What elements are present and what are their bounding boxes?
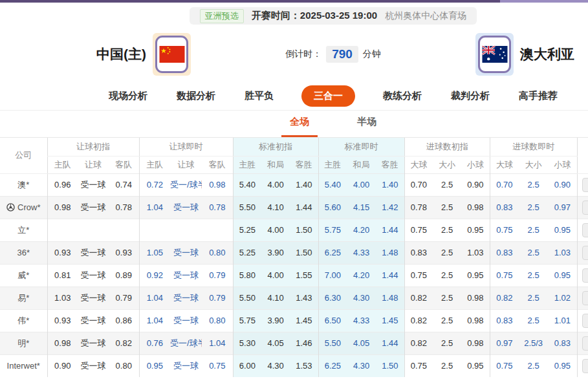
odds-cell[interactable] (170, 219, 202, 241)
odds-cell[interactable]: 0.78 (202, 196, 233, 219)
odds-cell[interactable]: 0.83 (548, 332, 577, 354)
odds-cell[interactable]: 1.01 (548, 309, 577, 332)
nav-tab-0[interactable]: 现场分析 (107, 86, 149, 106)
odds-cell[interactable]: 0.83 (490, 196, 519, 219)
odds-cell[interactable]: 2.5 (519, 287, 548, 309)
odds-cell[interactable]: 2.5 (519, 354, 548, 377)
odds-cell[interactable]: 1.48 (376, 287, 404, 309)
odds-cell[interactable]: 受一球 (170, 354, 202, 377)
odds-cell[interactable]: 0.72 (139, 173, 170, 196)
odds-cell[interactable]: 0.98 (202, 173, 233, 196)
odds-cell[interactable]: 0.95 (139, 354, 170, 377)
detail-button[interactable] (582, 223, 588, 237)
odds-cell[interactable] (202, 219, 233, 241)
detail-button[interactable] (582, 314, 588, 328)
sub-tab-1[interactable]: 半场 (349, 116, 385, 137)
odds-cell[interactable]: 6.25 (318, 354, 347, 377)
odds-cell[interactable]: 1.04 (139, 309, 170, 332)
odds-cell[interactable]: 4.15 (347, 196, 376, 219)
company-name[interactable]: 36* (0, 241, 47, 264)
odds-cell[interactable]: 4.33 (347, 309, 376, 332)
odds-cell[interactable]: 6.25 (318, 241, 347, 264)
odds-cell[interactable]: 7.00 (318, 264, 347, 287)
odds-cell[interactable]: 5.60 (318, 196, 347, 219)
odds-cell[interactable]: 2.5 (519, 241, 548, 264)
odds-cell[interactable]: 1.04 (139, 287, 170, 309)
odds-cell[interactable]: 0.70 (490, 173, 519, 196)
odds-cell[interactable]: 受一球 (170, 196, 202, 219)
odds-cell[interactable]: 1.44 (376, 264, 404, 287)
odds-cell[interactable]: 受一球 (170, 241, 202, 264)
company-name[interactable]: 澳* (0, 173, 47, 196)
odds-cell[interactable] (139, 219, 170, 241)
odds-cell[interactable]: 0.75 (202, 354, 233, 377)
odds-cell[interactable]: 2.5 (519, 309, 548, 332)
sub-tab-0[interactable]: 全场 (281, 116, 318, 137)
odds-cell[interactable]: 4.33 (347, 241, 376, 264)
odds-cell[interactable]: 1.44 (376, 219, 404, 241)
odds-cell[interactable]: 4.20 (347, 264, 376, 287)
detail-button[interactable] (582, 291, 588, 305)
nav-tab-6[interactable]: 高手推荐 (517, 86, 559, 106)
odds-cell[interactable]: 6.50 (318, 309, 347, 332)
odds-cell[interactable]: 0.76 (139, 332, 170, 354)
odds-cell[interactable]: 5.40 (318, 173, 347, 196)
odds-cell[interactable]: 1.44 (376, 332, 404, 354)
nav-tab-5[interactable]: 裁判分析 (450, 86, 491, 106)
odds-cell[interactable]: 受一/球半 (170, 173, 202, 196)
odds-cell[interactable]: 1.40 (376, 173, 404, 196)
odds-cell[interactable]: 受一球 (170, 264, 202, 287)
odds-cell[interactable]: 受一/球半 (170, 332, 202, 354)
odds-cell[interactable]: 0.95 (548, 219, 577, 241)
company-name[interactable]: Interwet* (0, 354, 47, 377)
detail-button[interactable] (582, 268, 588, 283)
odds-cell[interactable]: 1.45 (376, 309, 404, 332)
odds-cell[interactable]: 1.04 (202, 332, 233, 354)
detail-button[interactable] (582, 246, 588, 260)
company-name[interactable]: 易* (0, 287, 47, 309)
detail-button[interactable] (582, 200, 588, 215)
odds-cell[interactable]: 1.48 (376, 241, 404, 264)
odds-cell[interactable]: 受一球 (170, 287, 202, 309)
odds-cell[interactable]: 1.42 (376, 196, 404, 219)
odds-cell[interactable]: 4.30 (347, 354, 376, 377)
odds-cell[interactable]: 2.5 (519, 173, 548, 196)
odds-cell[interactable]: 0.83 (490, 241, 519, 264)
odds-cell[interactable]: 5.75 (318, 219, 347, 241)
nav-tab-4[interactable]: 教练分析 (382, 86, 423, 106)
nav-tab-2[interactable]: 胜平负 (243, 86, 275, 106)
detail-button[interactable] (582, 178, 588, 192)
company-name[interactable]: 立* (0, 219, 47, 241)
odds-cell[interactable]: 0.97 (548, 196, 577, 219)
odds-cell[interactable]: 0.95 (548, 264, 577, 287)
odds-cell[interactable]: 1.03 (548, 241, 577, 264)
odds-cell[interactable]: 2.5 (519, 264, 548, 287)
odds-cell[interactable]: 0.83 (490, 309, 519, 332)
company-name[interactable]: 明* (0, 332, 47, 354)
odds-cell[interactable]: 4.00 (347, 173, 376, 196)
odds-cell[interactable]: 2.5 (519, 196, 548, 219)
nav-tab-1[interactable]: 数据分析 (175, 86, 217, 106)
odds-cell[interactable]: 1.02 (548, 287, 577, 309)
odds-cell[interactable]: 0.80 (202, 309, 233, 332)
odds-cell[interactable]: 0.79 (202, 287, 233, 309)
odds-cell[interactable]: 0.82 (490, 287, 519, 309)
odds-cell[interactable]: 受一球 (170, 309, 202, 332)
odds-cell[interactable]: 4.05 (347, 332, 376, 354)
company-name[interactable]: 威* (0, 264, 47, 287)
odds-cell[interactable]: 0.79 (202, 264, 233, 287)
odds-cell[interactable]: 6.30 (318, 287, 347, 309)
odds-cell[interactable]: 1.04 (139, 196, 170, 219)
odds-cell[interactable]: 0.75 (490, 354, 519, 377)
odds-cell[interactable]: 2.5 (519, 219, 548, 241)
odds-cell[interactable]: 0.80 (202, 241, 233, 264)
company-name[interactable]: 伟* (0, 309, 47, 332)
nav-tab-3[interactable]: 三合一 (301, 85, 355, 107)
odds-cell[interactable]: 1.05 (139, 241, 170, 264)
odds-cell[interactable]: 0.75 (490, 264, 519, 287)
detail-button[interactable] (582, 359, 588, 373)
odds-cell[interactable]: 0.90 (548, 173, 577, 196)
odds-cell[interactable]: 0.97 (490, 332, 519, 354)
detail-button[interactable] (582, 336, 588, 351)
company-name[interactable]: Crow* (0, 196, 47, 219)
